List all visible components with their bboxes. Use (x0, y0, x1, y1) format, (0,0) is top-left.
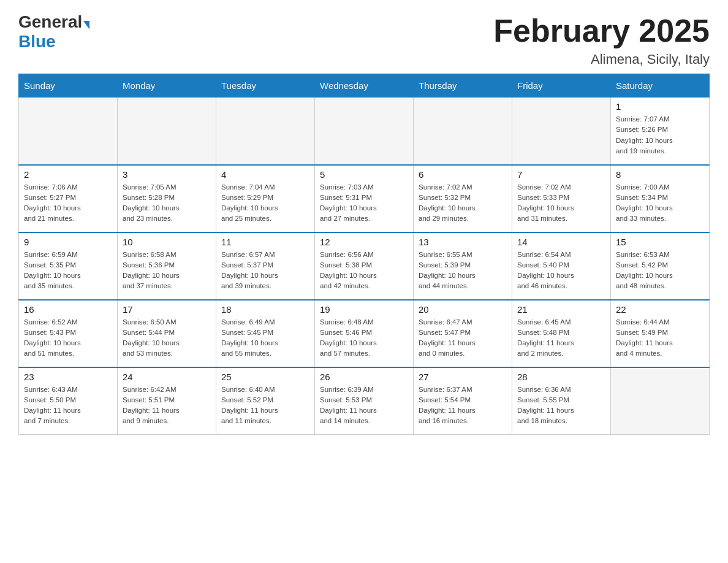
day-number: 4 (221, 169, 309, 180)
table-row: 3Sunrise: 7:05 AM Sunset: 5:28 PM Daylig… (118, 165, 216, 232)
table-row: 21Sunrise: 6:45 AM Sunset: 5:48 PM Dayli… (512, 300, 611, 367)
header-friday: Friday (512, 74, 611, 98)
calendar-table: Sunday Monday Tuesday Wednesday Thursday… (18, 74, 710, 435)
table-row: 19Sunrise: 6:48 AM Sunset: 5:46 PM Dayli… (315, 300, 414, 367)
day-number: 18 (221, 304, 309, 315)
table-row (19, 98, 118, 165)
day-info: Sunrise: 6:43 AM Sunset: 5:50 PM Dayligh… (24, 385, 112, 427)
table-row (118, 98, 216, 165)
table-row: 14Sunrise: 6:54 AM Sunset: 5:40 PM Dayli… (512, 232, 611, 300)
day-info: Sunrise: 7:00 AM Sunset: 5:34 PM Dayligh… (616, 182, 704, 224)
table-row: 24Sunrise: 6:42 AM Sunset: 5:51 PM Dayli… (118, 367, 216, 435)
table-row: 12Sunrise: 6:56 AM Sunset: 5:38 PM Dayli… (315, 232, 414, 300)
logo: General Blue (18, 12, 89, 52)
day-number: 21 (517, 304, 605, 315)
header-thursday: Thursday (414, 74, 512, 98)
day-info: Sunrise: 6:44 AM Sunset: 5:49 PM Dayligh… (616, 317, 704, 359)
table-row: 22Sunrise: 6:44 AM Sunset: 5:49 PM Dayli… (611, 300, 710, 367)
table-row: 23Sunrise: 6:43 AM Sunset: 5:50 PM Dayli… (19, 367, 118, 435)
day-info: Sunrise: 6:37 AM Sunset: 5:54 PM Dayligh… (419, 385, 507, 427)
header-monday: Monday (118, 74, 216, 98)
logo-blue: Blue (18, 32, 56, 52)
table-row: 27Sunrise: 6:37 AM Sunset: 5:54 PM Dayli… (414, 367, 512, 435)
table-row: 10Sunrise: 6:58 AM Sunset: 5:36 PM Dayli… (118, 232, 216, 300)
day-info: Sunrise: 6:53 AM Sunset: 5:42 PM Dayligh… (616, 250, 704, 292)
day-number: 27 (419, 372, 507, 382)
calendar-header-row: Sunday Monday Tuesday Wednesday Thursday… (19, 74, 710, 98)
table-row (611, 367, 710, 435)
table-row: 20Sunrise: 6:47 AM Sunset: 5:47 PM Dayli… (414, 300, 512, 367)
day-info: Sunrise: 6:47 AM Sunset: 5:47 PM Dayligh… (419, 317, 507, 359)
month-title: February 2025 (493, 12, 710, 49)
header-sunday: Sunday (19, 74, 118, 98)
day-info: Sunrise: 6:56 AM Sunset: 5:38 PM Dayligh… (320, 250, 408, 292)
table-row (512, 98, 611, 165)
day-number: 26 (320, 372, 408, 382)
day-info: Sunrise: 7:05 AM Sunset: 5:28 PM Dayligh… (123, 182, 211, 224)
day-number: 24 (123, 372, 211, 382)
title-section: February 2025 Alimena, Sicily, Italy (493, 12, 710, 67)
day-number: 22 (616, 304, 704, 315)
day-info: Sunrise: 6:52 AM Sunset: 5:43 PM Dayligh… (24, 317, 112, 359)
table-row: 28Sunrise: 6:36 AM Sunset: 5:55 PM Dayli… (512, 367, 611, 435)
day-info: Sunrise: 6:40 AM Sunset: 5:52 PM Dayligh… (221, 385, 309, 427)
day-info: Sunrise: 6:49 AM Sunset: 5:45 PM Dayligh… (221, 317, 309, 359)
header-saturday: Saturday (611, 74, 710, 98)
day-info: Sunrise: 6:57 AM Sunset: 5:37 PM Dayligh… (221, 250, 309, 292)
day-number: 17 (123, 304, 211, 315)
day-number: 6 (419, 169, 507, 180)
day-number: 14 (517, 237, 605, 247)
day-number: 25 (221, 372, 309, 382)
day-number: 15 (616, 237, 704, 247)
day-number: 9 (24, 237, 112, 247)
day-info: Sunrise: 7:07 AM Sunset: 5:26 PM Dayligh… (616, 114, 704, 156)
day-info: Sunrise: 7:06 AM Sunset: 5:27 PM Dayligh… (24, 182, 112, 224)
day-number: 16 (24, 304, 112, 315)
table-row: 6Sunrise: 7:02 AM Sunset: 5:32 PM Daylig… (414, 165, 512, 232)
table-row: 16Sunrise: 6:52 AM Sunset: 5:43 PM Dayli… (19, 300, 118, 367)
calendar-week-row: 1Sunrise: 7:07 AM Sunset: 5:26 PM Daylig… (19, 98, 710, 165)
logo-general: General (18, 12, 89, 32)
day-number: 7 (517, 169, 605, 180)
table-row (414, 98, 512, 165)
table-row: 5Sunrise: 7:03 AM Sunset: 5:31 PM Daylig… (315, 165, 414, 232)
table-row: 8Sunrise: 7:00 AM Sunset: 5:34 PM Daylig… (611, 165, 710, 232)
day-info: Sunrise: 6:55 AM Sunset: 5:39 PM Dayligh… (419, 250, 507, 292)
day-info: Sunrise: 6:42 AM Sunset: 5:51 PM Dayligh… (123, 385, 211, 427)
table-row (216, 98, 315, 165)
table-row: 2Sunrise: 7:06 AM Sunset: 5:27 PM Daylig… (19, 165, 118, 232)
page-header: General Blue February 2025 Alimena, Sici… (18, 12, 710, 67)
table-row: 1Sunrise: 7:07 AM Sunset: 5:26 PM Daylig… (611, 98, 710, 165)
calendar-week-row: 23Sunrise: 6:43 AM Sunset: 5:50 PM Dayli… (19, 367, 710, 435)
day-info: Sunrise: 7:04 AM Sunset: 5:29 PM Dayligh… (221, 182, 309, 224)
day-info: Sunrise: 6:59 AM Sunset: 5:35 PM Dayligh… (24, 250, 112, 292)
table-row: 26Sunrise: 6:39 AM Sunset: 5:53 PM Dayli… (315, 367, 414, 435)
table-row: 15Sunrise: 6:53 AM Sunset: 5:42 PM Dayli… (611, 232, 710, 300)
day-info: Sunrise: 7:02 AM Sunset: 5:33 PM Dayligh… (517, 182, 605, 224)
table-row (315, 98, 414, 165)
day-number: 12 (320, 237, 408, 247)
day-info: Sunrise: 6:45 AM Sunset: 5:48 PM Dayligh… (517, 317, 605, 359)
table-row: 11Sunrise: 6:57 AM Sunset: 5:37 PM Dayli… (216, 232, 315, 300)
day-info: Sunrise: 6:39 AM Sunset: 5:53 PM Dayligh… (320, 385, 408, 427)
day-info: Sunrise: 7:02 AM Sunset: 5:32 PM Dayligh… (419, 182, 507, 224)
day-number: 20 (419, 304, 507, 315)
table-row: 7Sunrise: 7:02 AM Sunset: 5:33 PM Daylig… (512, 165, 611, 232)
table-row: 18Sunrise: 6:49 AM Sunset: 5:45 PM Dayli… (216, 300, 315, 367)
day-info: Sunrise: 6:58 AM Sunset: 5:36 PM Dayligh… (123, 250, 211, 292)
table-row: 9Sunrise: 6:59 AM Sunset: 5:35 PM Daylig… (19, 232, 118, 300)
day-number: 19 (320, 304, 408, 315)
table-row: 17Sunrise: 6:50 AM Sunset: 5:44 PM Dayli… (118, 300, 216, 367)
day-number: 23 (24, 372, 112, 382)
day-number: 10 (123, 237, 211, 247)
calendar-week-row: 9Sunrise: 6:59 AM Sunset: 5:35 PM Daylig… (19, 232, 710, 300)
table-row: 25Sunrise: 6:40 AM Sunset: 5:52 PM Dayli… (216, 367, 315, 435)
calendar-week-row: 16Sunrise: 6:52 AM Sunset: 5:43 PM Dayli… (19, 300, 710, 367)
calendar-week-row: 2Sunrise: 7:06 AM Sunset: 5:27 PM Daylig… (19, 165, 710, 232)
day-number: 1 (616, 101, 704, 112)
day-info: Sunrise: 6:48 AM Sunset: 5:46 PM Dayligh… (320, 317, 408, 359)
day-number: 11 (221, 237, 309, 247)
header-tuesday: Tuesday (216, 74, 315, 98)
table-row: 13Sunrise: 6:55 AM Sunset: 5:39 PM Dayli… (414, 232, 512, 300)
location: Alimena, Sicily, Italy (493, 52, 710, 67)
